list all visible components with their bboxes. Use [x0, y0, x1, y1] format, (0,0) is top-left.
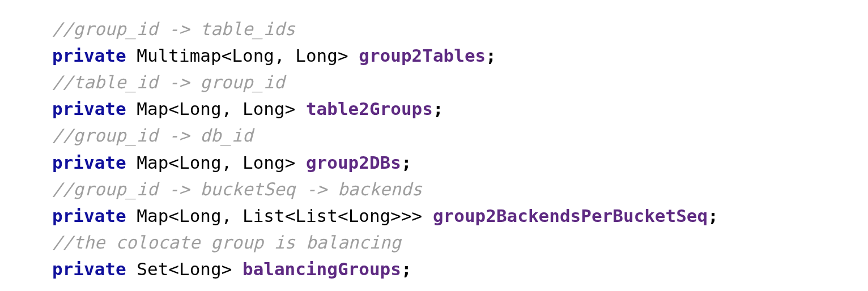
field-name: balancingGroups: [242, 259, 401, 279]
angle-open: <: [168, 206, 179, 226]
code-block: //group_id -> table_ids private Multimap…: [52, 16, 868, 283]
code-line-comment: //the colocate group is balancing: [52, 229, 868, 256]
code-line-comment: //group_id -> db_id: [52, 122, 868, 149]
code-line-field: private Map<Long, Long> table2Groups;: [52, 96, 868, 122]
comment-text: //group_id -> bucketSeq -> backends: [52, 179, 422, 199]
field-name: group2BackendsPerBucketSeq: [433, 206, 708, 226]
angle-open: <: [168, 259, 179, 279]
code-line-field: private Map<Long, List<List<Long>>> grou…: [52, 203, 868, 229]
code-line-comment: //table_id -> group_id: [52, 69, 868, 96]
angle-open: <: [222, 45, 232, 66]
angle-open: <: [168, 99, 179, 119]
type-name: Map: [126, 152, 169, 173]
code-line-field: private Multimap<Long, Long> group2Table…: [52, 42, 868, 69]
type-param: Long: [242, 99, 285, 119]
comma: ,: [274, 45, 295, 66]
angle-close: >: [285, 99, 306, 119]
type-param: Long: [179, 99, 222, 119]
type-name: Multimap: [126, 45, 222, 66]
angle-open: <: [168, 152, 179, 173]
keyword-private: private: [52, 45, 126, 66]
type-param: Long: [348, 206, 391, 226]
semicolon: ;: [401, 259, 412, 279]
comma: ,: [222, 152, 242, 173]
type-name: Set: [126, 259, 169, 279]
field-name: table2Groups: [306, 99, 433, 119]
type-param: Long: [179, 259, 222, 279]
code-line-comment: //group_id -> table_ids: [52, 16, 868, 42]
angle-close: >>>: [390, 206, 433, 226]
field-name: group2DBs: [306, 152, 401, 173]
semicolon: ;: [433, 99, 444, 119]
comment-text: //group_id -> db_id: [52, 125, 253, 146]
field-name: group2Tables: [359, 45, 486, 66]
angle-open: <: [338, 206, 348, 226]
code-line-field: private Set<Long> balancingGroups;: [52, 256, 868, 283]
keyword-private: private: [52, 99, 126, 119]
type-name: List: [242, 206, 285, 226]
angle-close: >: [338, 45, 359, 66]
type-param: Long: [242, 152, 285, 173]
keyword-private: private: [52, 259, 126, 279]
semicolon: ;: [401, 152, 412, 173]
type-param: Long: [179, 206, 222, 226]
keyword-private: private: [52, 152, 126, 173]
comment-text: //group_id -> table_ids: [52, 19, 295, 39]
keyword-private: private: [52, 206, 126, 226]
type-name: Map: [126, 206, 169, 226]
type-param: Long: [232, 45, 274, 66]
comma: ,: [222, 206, 242, 226]
type-name: Map: [126, 99, 169, 119]
semicolon: ;: [486, 45, 496, 66]
angle-open: <: [285, 206, 296, 226]
code-line-comment: //group_id -> bucketSeq -> backends: [52, 176, 868, 203]
type-param: Long: [179, 152, 222, 173]
comment-text: //the colocate group is balancing: [52, 232, 401, 253]
semicolon: ;: [708, 206, 718, 226]
angle-close: >: [285, 152, 306, 173]
angle-close: >: [222, 259, 242, 279]
comment-text: //table_id -> group_id: [52, 72, 285, 92]
type-name: List: [295, 206, 338, 226]
type-param: Long: [295, 45, 338, 66]
code-line-field: private Map<Long, Long> group2DBs;: [52, 149, 868, 176]
comma: ,: [222, 99, 242, 119]
